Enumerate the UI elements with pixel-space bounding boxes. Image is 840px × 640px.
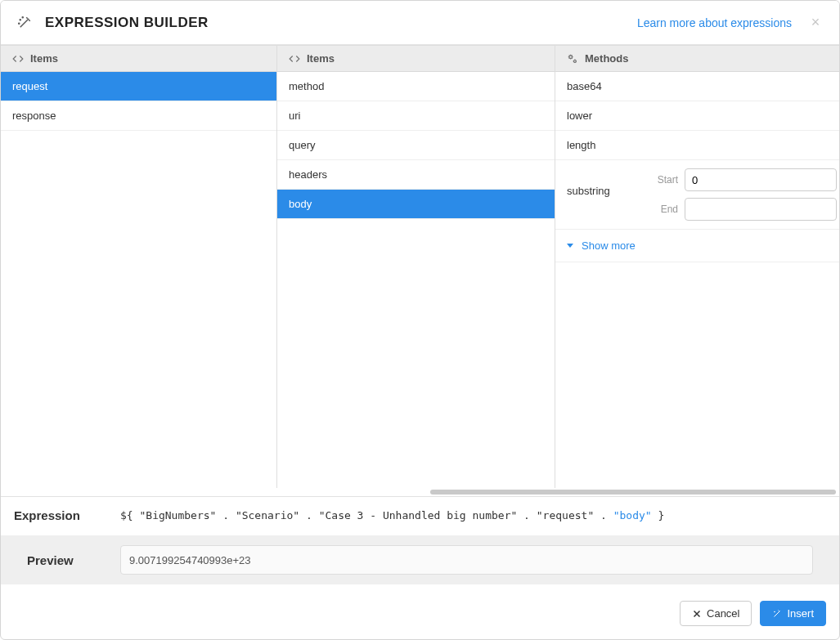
substring-end-input[interactable] bbox=[685, 198, 837, 221]
column-2-header: Items bbox=[277, 46, 555, 72]
horizontal-scrollbar[interactable] bbox=[1, 488, 839, 496]
method-lower[interactable]: lower bbox=[555, 101, 839, 131]
column-2: Items method uri query headers body bbox=[277, 46, 555, 488]
column-1-header-label: Items bbox=[30, 52, 58, 65]
column-1: Items request response bbox=[1, 46, 277, 488]
learn-more-link[interactable]: Learn more about expressions bbox=[637, 16, 792, 29]
svg-point-2 bbox=[19, 23, 20, 24]
column-2-header-label: Items bbox=[307, 52, 335, 65]
cancel-button-label: Cancel bbox=[707, 607, 739, 620]
substring-start-input[interactable] bbox=[685, 168, 837, 191]
col2-item-body[interactable]: body bbox=[277, 190, 555, 219]
column-3-header-label: Methods bbox=[585, 52, 628, 65]
col2-item-method[interactable]: method bbox=[277, 72, 555, 101]
footer-buttons: Cancel Insert bbox=[14, 597, 826, 626]
svg-point-1 bbox=[22, 16, 23, 17]
column-3-header: Methods bbox=[555, 46, 839, 72]
method-length[interactable]: length bbox=[555, 131, 839, 160]
substring-end-label: End bbox=[649, 204, 678, 215]
wand-icon bbox=[17, 16, 32, 30]
svg-point-5 bbox=[775, 611, 775, 612]
columns-container: Items request response Items method uri … bbox=[1, 45, 839, 488]
method-base64[interactable]: base64 bbox=[555, 72, 839, 101]
expression-builder-modal: EXPRESSION BUILDER Learn more about expr… bbox=[0, 0, 840, 640]
svg-point-3 bbox=[569, 55, 573, 58]
wand-icon bbox=[772, 609, 782, 619]
modal-title: EXPRESSION BUILDER bbox=[45, 15, 209, 31]
column-3: Methods base64 lower length substring St… bbox=[555, 46, 839, 488]
method-substring-label[interactable]: substring bbox=[567, 168, 640, 213]
col1-item-request[interactable]: request bbox=[1, 72, 276, 101]
insert-button-label: Insert bbox=[787, 607, 814, 620]
col1-item-response[interactable]: response bbox=[1, 101, 276, 131]
col2-item-query[interactable]: query bbox=[277, 131, 555, 160]
bottom-panel: Expression ${ "BigNumbers" . "Scenario" … bbox=[1, 496, 839, 639]
expression-row: Expression ${ "BigNumbers" . "Scenario" … bbox=[14, 508, 826, 522]
close-icon bbox=[692, 609, 702, 619]
modal-header: EXPRESSION BUILDER Learn more about expr… bbox=[1, 1, 839, 45]
scrollbar-thumb[interactable] bbox=[430, 490, 836, 495]
preview-label: Preview bbox=[14, 553, 104, 567]
svg-point-0 bbox=[20, 19, 20, 20]
show-more-toggle[interactable]: Show more bbox=[555, 230, 839, 262]
insert-button[interactable]: Insert bbox=[760, 601, 826, 626]
show-more-label: Show more bbox=[582, 239, 636, 252]
close-icon[interactable]: × bbox=[808, 14, 823, 31]
preview-output bbox=[120, 545, 813, 575]
expression-text: ${ "BigNumbers" . "Scenario" . "Case 3 -… bbox=[120, 509, 826, 521]
cancel-button[interactable]: Cancel bbox=[680, 601, 752, 626]
code-icon bbox=[289, 53, 300, 65]
gears-icon bbox=[567, 53, 578, 65]
column-1-header: Items bbox=[1, 46, 276, 72]
preview-row: Preview bbox=[1, 535, 839, 584]
col2-item-uri[interactable]: uri bbox=[277, 101, 555, 131]
expression-label: Expression bbox=[14, 508, 104, 522]
col2-item-headers[interactable]: headers bbox=[277, 160, 555, 190]
substring-start-label: Start bbox=[649, 174, 678, 186]
method-substring: substring Start End bbox=[555, 160, 839, 230]
code-icon bbox=[12, 53, 24, 65]
caret-down-icon bbox=[567, 244, 573, 248]
